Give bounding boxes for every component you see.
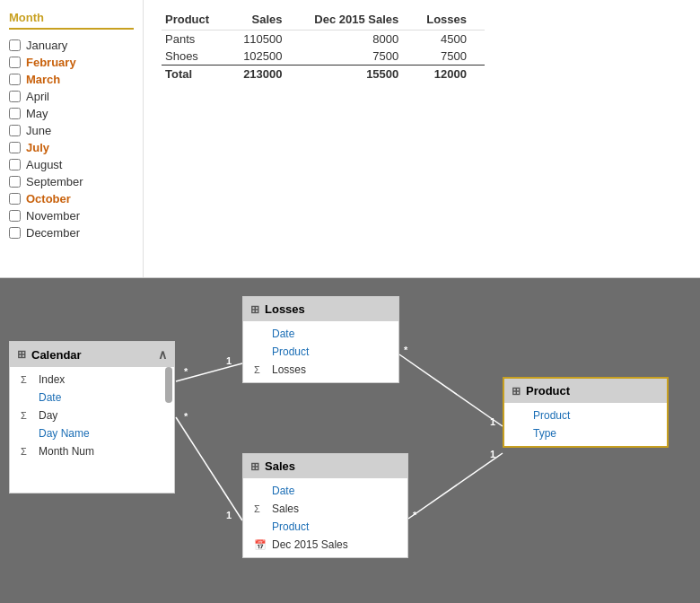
cardinality-losses-prod-left: * [404,345,407,355]
calendar-sort-icon[interactable]: ∧ [158,347,167,362]
month-checkbox-may[interactable] [9,108,21,119]
calendar-field-dayname: Day Name [10,424,174,442]
month-item-october[interactable]: October [9,190,134,207]
cardinality-cal-losses-left: * [184,366,188,377]
cell-dec_sales: 8000 [301,31,417,48]
field-name: Date [39,391,61,404]
sales-card-header: ⊞ Sales [243,454,407,478]
sales-field-dec-sales: 📅 Dec 2015 Sales [243,536,407,554]
sales-body: Date Σ Sales Product 📅 Dec 2015 Sales [243,478,407,557]
cell-dec_sales: 7500 [301,48,417,66]
field-prefix: Σ [21,446,33,457]
calendar-card-header: ⊞ Calendar ∧ [10,342,174,367]
month-item-march[interactable]: March [9,71,134,88]
cell-losses: 4500 [416,31,485,48]
month-item-august[interactable]: August [9,156,134,173]
product-field-product: Product [504,406,667,424]
cell-sales: 110500 [233,31,300,48]
cardinality-cal-sales-left: * [184,411,188,422]
calendar-card: ⊞ Calendar ∧ Σ Index Date Σ Day Day Name [9,341,175,494]
field-name: Day Name [39,427,90,440]
total-cell-3: 12000 [416,66,485,83]
field-name: Product [272,520,309,533]
product-title: Product [526,384,570,398]
month-checkbox-june[interactable] [9,125,21,136]
diagram-panel: * 1 * 1 * 1 * 1 ⊞ Calendar ∧ Σ Index Dat… [0,278,700,603]
field-name: Product [272,345,309,358]
col-losses: Losses [416,11,485,31]
month-item-april[interactable]: April [9,88,134,105]
table-icon: ⊞ [512,385,521,398]
losses-card-header: ⊞ Losses [243,297,398,321]
month-label-october: October [26,192,71,205]
month-checkbox-december[interactable] [9,227,21,239]
sales-field-product: Product [243,518,407,536]
month-label-december: December [26,226,80,240]
field-name: Product [533,409,570,422]
month-label-april: April [26,90,49,103]
data-table: Product Sales Dec 2015 Sales Losses Pant… [162,11,485,83]
month-checkbox-november[interactable] [9,210,21,222]
total-cell-0: Total [162,66,233,83]
field-name: Day [39,409,57,422]
field-name: Date [272,328,294,340]
month-checkbox-july[interactable] [9,142,21,153]
table-icon: ⊞ [250,460,259,473]
calendar-field-date: Date [10,389,174,406]
cell-product: Shoes [162,48,233,66]
month-label-november: November [26,209,80,223]
month-item-january[interactable]: January [9,37,134,54]
month-item-december[interactable]: December [9,224,134,241]
month-item-june[interactable]: June [9,122,134,139]
month-checkbox-august[interactable] [9,159,21,170]
product-field-type: Type [504,424,667,442]
month-filter: Month JanuaryFebruaryMarchAprilMayJuneJu… [0,0,144,277]
product-body: Product Type [504,403,667,446]
month-label-august: August [26,158,62,171]
cardinality-losses-prod-right: 1 [490,416,495,427]
product-card: ⊞ Product Product Type [503,377,669,448]
losses-field-date: Date [243,325,398,343]
month-label-june: June [26,124,51,137]
total-cell-2: 15500 [301,66,417,83]
month-item-september[interactable]: September [9,173,134,190]
sales-field-date: Date [243,482,407,500]
month-checkbox-september[interactable] [9,176,21,188]
field-prefix: Σ [254,503,267,514]
month-list: JanuaryFebruaryMarchAprilMayJuneJulyAugu… [9,37,134,241]
losses-field-losses: Σ Losses [243,361,398,379]
month-checkbox-april[interactable] [9,91,21,102]
month-checkbox-october[interactable] [9,193,21,205]
month-item-july[interactable]: July [9,139,134,156]
svg-line-2 [399,354,503,426]
table-row: Pants11050080004500 [162,31,485,48]
field-prefix: Σ [254,364,267,375]
sales-field-sales: Σ Sales [243,500,407,518]
cell-product: Pants [162,31,233,48]
table-area: Product Sales Dec 2015 Sales Losses Pant… [144,0,700,277]
field-name: Dec 2015 Sales [272,538,348,551]
losses-title: Losses [265,302,305,316]
month-item-november[interactable]: November [9,207,134,224]
month-checkbox-february[interactable] [9,57,21,68]
month-checkbox-january[interactable] [9,39,21,51]
field-name: Index [39,373,65,386]
month-item-may[interactable]: May [9,105,134,122]
cardinality-cal-sales-right: 1 [226,510,232,520]
month-checkbox-march[interactable] [9,74,21,85]
month-item-february[interactable]: February [9,54,134,71]
month-label-february: February [26,56,76,69]
losses-card: ⊞ Losses Date Product Σ Losses [242,296,399,383]
product-card-header: ⊞ Product [504,379,667,403]
cardinality-sales-prod-left: * [413,510,416,520]
table-body: Pants11050080004500Shoes10250075007500To… [162,31,485,83]
top-panel: Month JanuaryFebruaryMarchAprilMayJuneJu… [0,0,700,278]
scroll-thumb[interactable] [165,367,172,403]
field-name: Losses [272,363,306,376]
month-label-january: January [26,39,67,52]
table-total-row: Total2130001550012000 [162,66,485,83]
calendar-body: Σ Index Date Σ Day Day Name Σ Month Num [10,367,174,484]
table-icon: ⊞ [250,303,259,316]
sales-title: Sales [265,459,295,473]
calendar-title: Calendar [31,348,82,362]
